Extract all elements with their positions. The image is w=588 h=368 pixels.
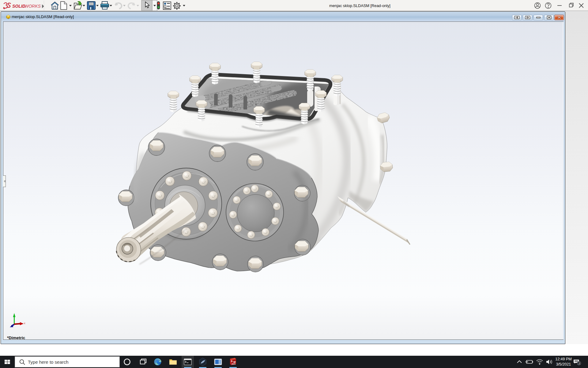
svg-text:2021: 2021 [232,363,236,365]
svg-text:3: 3 [578,362,580,365]
svg-text:x: x [24,321,25,325]
svg-text:S: S [231,360,233,362]
